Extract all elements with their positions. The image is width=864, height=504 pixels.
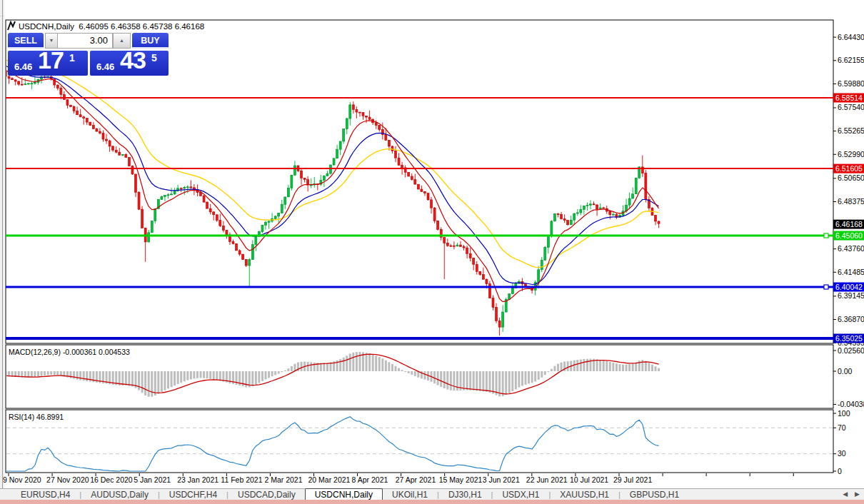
chart-tab-usdcnh[interactable]: USDCNH,Daily xyxy=(305,488,383,501)
x-axis-date-label: 27 Apr 2021 xyxy=(396,475,436,484)
tab-scroll-right-button[interactable]: ▶ xyxy=(855,490,860,498)
x-axis-date-label: 8 Apr 2021 xyxy=(352,475,388,484)
rsi-axis-label: 30 xyxy=(838,449,846,458)
x-axis-date-label: 15 May 2021 xyxy=(439,475,483,484)
chart-tab-audusd[interactable]: AUDUSD,Daily xyxy=(81,489,158,500)
rsi-axis-label: 70 xyxy=(838,423,846,432)
chart-ohlc-values: 6.46095 6.46358 6.45738 6.46168 xyxy=(79,22,204,31)
chart-tab-bar: EURUSD,H4|AUDUSD,Daily|USDCHF,H4|USDCAD,… xyxy=(0,488,864,500)
chart-tab-usdcad[interactable]: USDCAD,Daily xyxy=(228,489,305,500)
chart-symbol-label: USDCNH,Daily xyxy=(19,22,74,31)
y-axis-label: 6.50650 xyxy=(838,173,864,182)
y-axis-label: 6.48375 xyxy=(838,197,864,206)
macd-label: MACD(12,26,9) -0.000361 0.004533 xyxy=(9,348,130,356)
mt4-window: { "toolbar": { "timeframes": [ {"label":… xyxy=(0,0,864,504)
y-axis-label: 6.55265 xyxy=(838,126,864,135)
y-axis-label: 6.39145 xyxy=(838,291,864,300)
macd-axis-label: -0.040386 xyxy=(838,400,864,408)
one-click-trade-panel: SELL ▼ 3.00 ▲ BUY 6.46 17 1 6.46 43 5 xyxy=(8,33,169,76)
macd-axis-label: 0.025609 xyxy=(838,346,864,355)
x-axis-date-label: 10 Jul 2021 xyxy=(570,475,608,484)
price-badge-label: 6.40042 xyxy=(835,283,863,291)
price-badge-label: 6.58514 xyxy=(835,94,863,102)
x-axis-date-label: 22 Jun 2021 xyxy=(526,475,568,484)
x-axis-date-label: 16 Dec 2020 xyxy=(90,475,133,484)
y-axis-label: 6.41485 xyxy=(838,268,864,276)
x-axis-date-label: 27 Nov 2020 xyxy=(46,475,89,484)
rsi-label: RSI(14) 46.8991 xyxy=(9,413,64,421)
chart-tab-dj30[interactable]: DJ30,H1 xyxy=(439,489,491,500)
tab-scroll-left-button[interactable]: ◀ xyxy=(843,490,848,498)
y-axis-label: 6.36870 xyxy=(838,315,864,323)
buy-price-display[interactable]: 6.46 43 5 xyxy=(90,51,169,76)
rsi-axis-label: 0 xyxy=(838,467,842,475)
y-axis-label: 6.43760 xyxy=(838,244,864,253)
y-axis-label: 6.62155 xyxy=(838,56,864,64)
macd-axis-label: 0.00 xyxy=(838,367,853,376)
level-drag-handle[interactable] xyxy=(824,233,828,238)
chart-title: USDCNH,Daily 6.46095 6.46358 6.45738 6.4… xyxy=(19,22,204,31)
x-axis-date-label: 2 Mar 2021 xyxy=(264,475,302,484)
chart-tab-usdchf[interactable]: USDCHF,H4 xyxy=(160,489,226,500)
chevron-up-icon: ▲ xyxy=(119,38,124,43)
y-axis-label: 6.52990 xyxy=(838,150,864,158)
x-axis-date-label: 20 Mar 2021 xyxy=(308,475,350,484)
price-badge-label: 6.46168 xyxy=(835,220,863,228)
chart-tab-eurusd[interactable]: EURUSD,H4 xyxy=(11,489,79,500)
x-axis-date-label: 9 Nov 2020 xyxy=(3,475,41,484)
chevron-down-icon: ▼ xyxy=(49,38,54,43)
rsi-axis-label: 100 xyxy=(838,409,850,418)
bottom-accent-strip xyxy=(0,500,864,504)
x-axis-date-label: 3 Jun 2021 xyxy=(483,475,520,484)
volume-input[interactable]: 3.00 xyxy=(57,33,113,49)
x-axis-date-label: 5 Jan 2021 xyxy=(134,475,171,484)
level-drag-handle[interactable] xyxy=(824,285,828,289)
x-axis-date-label: 23 Jan 2021 xyxy=(177,475,218,484)
chart-tab-gbpusd[interactable]: GBPUSD,H1 xyxy=(621,489,688,500)
x-axis-date-label: 11 Feb 2021 xyxy=(221,475,262,484)
price-badge-label: 6.51605 xyxy=(835,164,863,173)
y-axis-label: 6.59880 xyxy=(838,79,864,88)
chart-tab-xauusd[interactable]: XAUUSD,H1 xyxy=(551,489,618,500)
price-badge-label: 6.45060 xyxy=(835,231,863,240)
chart-tab-ukoil[interactable]: UKOil,H1 xyxy=(383,489,437,500)
price-badge-label: 6.35025 xyxy=(835,334,863,343)
x-axis-date-label: 29 Jul 2021 xyxy=(613,475,652,484)
y-axis-label: 6.64430 xyxy=(838,33,864,41)
y-axis-label: 6.57540 xyxy=(838,103,864,111)
chart-tab-usdx[interactable]: USDX,H1 xyxy=(493,489,548,500)
sell-price-display[interactable]: 6.46 17 1 xyxy=(8,51,88,76)
